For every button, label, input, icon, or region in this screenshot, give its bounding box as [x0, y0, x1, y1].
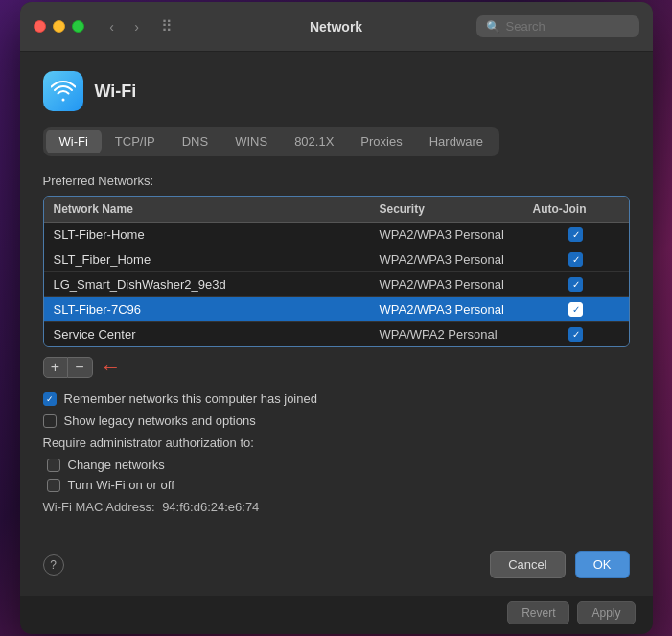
network-name: Service Center — [54, 327, 380, 342]
back-button[interactable]: ‹ — [102, 16, 123, 37]
tab-wifi[interactable]: Wi-Fi — [46, 130, 102, 153]
mac-address-value: 94:f6:d6:24:e6:74 — [162, 500, 259, 514]
autojoin-checkbox[interactable]: ✓ — [568, 252, 583, 267]
add-network-button[interactable]: + — [43, 357, 68, 378]
table-row-selected[interactable]: SLT-Fiber-7C96 WPA2/WPA3 Personal ✓ — [44, 297, 629, 322]
grid-icon[interactable]: ⠿ — [161, 17, 173, 35]
ok-button[interactable]: OK — [575, 551, 630, 578]
wifi-toggle-label: Turn Wi-Fi on or off — [68, 478, 174, 492]
help-button[interactable]: ? — [43, 554, 64, 576]
preferred-networks-label: Preferred Networks: — [43, 174, 630, 188]
tab-hardware[interactable]: Hardware — [416, 130, 497, 153]
col-header-name: Network Name — [54, 202, 380, 216]
network-name: SLT-Fiber-7C96 — [54, 302, 380, 317]
wifi-title: Wi-Fi — [95, 82, 137, 102]
forward-button[interactable]: › — [127, 16, 148, 37]
apply-button[interactable]: Apply — [577, 601, 635, 624]
require-admin-label: Require administrator authorization to: — [43, 436, 630, 450]
show-legacy-label: Show legacy networks and options — [64, 413, 256, 428]
show-legacy-row[interactable]: Show legacy networks and options — [43, 413, 630, 428]
nav-arrows: ‹ › — [102, 16, 148, 37]
titlebar: ‹ › ⠿ Network 🔍 — [20, 2, 653, 52]
mac-address-label: Wi-Fi MAC Address: — [43, 500, 155, 514]
auto-join-cell[interactable]: ✓ — [533, 252, 619, 267]
footer-bar: Revert Apply — [20, 596, 653, 634]
tab-dns[interactable]: DNS — [169, 130, 221, 153]
main-window: ‹ › ⠿ Network 🔍 Wi-Fi Wi-Fi — [20, 2, 653, 634]
table-row[interactable]: Service Center WPA/WPA2 Personal ✓ — [44, 322, 629, 346]
mac-address: Wi-Fi MAC Address: 94:f6:d6:24:e6:74 — [43, 500, 630, 514]
auto-join-cell[interactable]: ✓ — [533, 227, 619, 242]
table-row[interactable]: SLT-Fiber-Home WPA2/WPA3 Personal ✓ — [44, 223, 629, 247]
tabs-bar: Wi-Fi TCP/IP DNS WINS 802.1X Proxies Har… — [43, 127, 500, 156]
col-header-security: Security — [380, 202, 533, 216]
tab-tcpip[interactable]: TCP/IP — [102, 130, 169, 153]
remember-networks-row[interactable]: ✓ Remember networks this computer has jo… — [43, 391, 630, 406]
content-area: Wi-Fi Wi-Fi TCP/IP DNS WINS 802.1X Proxi… — [20, 52, 653, 537]
networks-table: Network Name Security Auto-Join SLT-Fibe… — [43, 196, 630, 347]
network-security: WPA2/WPA3 Personal — [380, 252, 533, 267]
change-networks-row[interactable]: Change networks — [47, 458, 630, 472]
tab-wins[interactable]: WINS — [221, 130, 281, 153]
traffic-lights — [34, 20, 84, 33]
wifi-toggle-row[interactable]: Turn Wi-Fi on or off — [47, 478, 630, 492]
change-networks-label: Change networks — [68, 458, 165, 472]
table-row[interactable]: SLT_Fiber_Home WPA2/WPA3 Personal ✓ — [44, 247, 629, 272]
wifi-header: Wi-Fi — [43, 71, 630, 111]
change-networks-checkbox[interactable] — [47, 459, 60, 472]
network-name: LG_Smart_DishWasher2_9e3d — [54, 277, 380, 292]
network-security: WPA2/WPA3 Personal — [380, 302, 533, 317]
search-input[interactable] — [506, 19, 630, 34]
tab-8021x[interactable]: 802.1X — [281, 130, 347, 153]
network-security: WPA/WPA2 Personal — [380, 327, 533, 342]
table-row[interactable]: LG_Smart_DishWasher2_9e3d WPA2/WPA3 Pers… — [44, 272, 629, 297]
auto-join-cell[interactable]: ✓ — [533, 277, 619, 292]
autojoin-checkbox[interactable]: ✓ — [568, 227, 583, 242]
network-name: SLT_Fiber_Home — [54, 252, 380, 267]
cancel-button[interactable]: Cancel — [490, 551, 565, 578]
auto-join-cell[interactable]: ✓ — [533, 302, 619, 317]
autojoin-checkbox[interactable]: ✓ — [568, 277, 583, 292]
network-security: WPA2/WPA3 Personal — [380, 277, 533, 292]
revert-button[interactable]: Revert — [507, 601, 569, 624]
add-remove-bar: + − ← — [43, 357, 630, 378]
window-title: Network — [310, 19, 362, 35]
search-icon: 🔍 — [486, 20, 500, 34]
table-body: SLT-Fiber-Home WPA2/WPA3 Personal ✓ SLT_… — [44, 223, 629, 346]
close-button[interactable] — [34, 20, 46, 33]
search-box[interactable]: 🔍 — [476, 15, 639, 37]
network-security: WPA2/WPA3 Personal — [380, 227, 533, 242]
arrow-indicator: ← — [101, 357, 122, 378]
remove-network-button[interactable]: − — [68, 357, 93, 378]
tab-proxies[interactable]: Proxies — [347, 130, 415, 153]
remember-networks-checkbox[interactable]: ✓ — [43, 392, 57, 406]
wifi-toggle-checkbox[interactable] — [47, 479, 60, 492]
col-header-autojoin: Auto-Join — [533, 202, 619, 216]
table-header: Network Name Security Auto-Join — [44, 197, 629, 223]
autojoin-checkbox[interactable]: ✓ — [568, 302, 583, 317]
network-name: SLT-Fiber-Home — [54, 227, 380, 242]
auto-join-cell[interactable]: ✓ — [533, 327, 619, 342]
show-legacy-checkbox[interactable] — [43, 414, 57, 428]
bottom-action-bar: ? Cancel OK — [20, 537, 653, 596]
remember-networks-label: Remember networks this computer has join… — [64, 391, 317, 406]
maximize-button[interactable] — [72, 20, 84, 33]
wifi-icon — [43, 71, 83, 111]
minimize-button[interactable] — [53, 20, 65, 33]
autojoin-checkbox[interactable]: ✓ — [568, 327, 583, 342]
